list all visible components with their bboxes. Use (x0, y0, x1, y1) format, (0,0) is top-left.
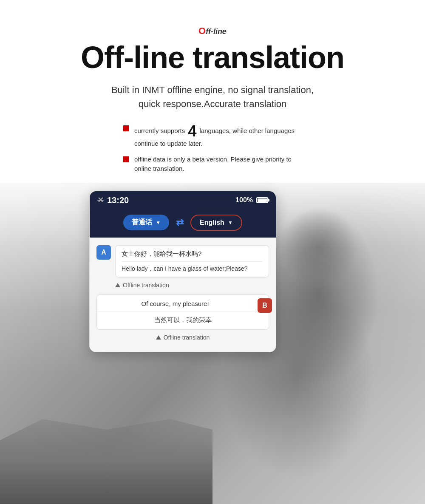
section-label-text: ff-line (206, 27, 227, 36)
offline-label-b: Offline translation (96, 334, 269, 341)
chinese-chevron-icon: ▼ (156, 220, 161, 226)
bullet-text-1: currently supports 4 languages, while ot… (134, 124, 302, 149)
english-chevron-icon: ▼ (228, 220, 233, 226)
english-lang-label: English (200, 219, 224, 227)
bullet-list: currently supports 4 languages, while ot… (123, 124, 302, 174)
msg-a-chinese: 女士你好，能给我一杯水吗? (122, 250, 263, 258)
bullet-item-1: currently supports 4 languages, while ot… (123, 124, 302, 149)
phone-mockup: ✕ 13:20 100% 普通话 ▼ ⇄ (89, 191, 276, 352)
msg-b-english: Of course, my pleasure! (97, 295, 269, 312)
status-right: 100% (235, 196, 268, 204)
offline-label-b-text: Offline translation (164, 334, 210, 341)
lang-bar: 普通话 ▼ ⇄ English ▼ (90, 210, 276, 238)
subtitle-text: Built in INMT offline engine, no signal … (102, 83, 323, 111)
bullet-num: 4 (188, 122, 196, 140)
battery-percentage: 100% (235, 196, 253, 204)
avatar-b: B (258, 298, 272, 313)
bullet-icon-1 (123, 125, 129, 131)
time-display: 13:20 (107, 195, 129, 205)
bullet-item-2: offline data is only a beta version. Ple… (123, 155, 302, 174)
section-label-o: O (198, 25, 206, 36)
page-title: Off-line translation (42, 41, 382, 74)
phone-mockup-wrapper: ✕ 13:20 100% 普通话 ▼ ⇄ (89, 191, 382, 352)
message-a-bubble: 女士你好，能给我一杯水吗? Hello lady，can I have a gl… (115, 245, 269, 277)
triangle-up-icon-a (115, 283, 120, 287)
bullet-icon-2 (123, 156, 129, 162)
triangle-up-icon-b (156, 335, 161, 340)
message-b-container: B Of course, my pleasure! 当然可以，我的荣幸 (96, 294, 269, 330)
chinese-lang-label: 普通话 (132, 218, 152, 227)
bullet-text-2: offline data is only a beta version. Ple… (134, 155, 302, 174)
english-lang-button[interactable]: English ▼ (190, 215, 242, 231)
msg-a-english: Hello lady，can I have a glass of water;P… (122, 261, 263, 273)
msg-b-chinese: 当然可以，我的荣幸 (97, 312, 269, 329)
chinese-lang-button[interactable]: 普通话 ▼ (123, 215, 169, 230)
avatar-a: A (96, 245, 111, 260)
status-left: ✕ 13:20 (97, 195, 129, 205)
status-bar: ✕ 13:20 100% (90, 191, 276, 210)
wifi-off-icon: ✕ (97, 195, 104, 205)
chat-area: A 女士你好，能给我一杯水吗? Hello lady，can I have a … (90, 238, 276, 352)
message-a-container: A 女士你好，能给我一杯水吗? Hello lady，can I have a … (96, 245, 269, 277)
battery-icon (256, 197, 268, 203)
offline-label-a: Offline translation (115, 282, 269, 289)
section-label: Off-line (42, 25, 382, 37)
swap-languages-icon[interactable]: ⇄ (176, 217, 184, 228)
offline-label-a-text: Offline translation (123, 282, 169, 289)
